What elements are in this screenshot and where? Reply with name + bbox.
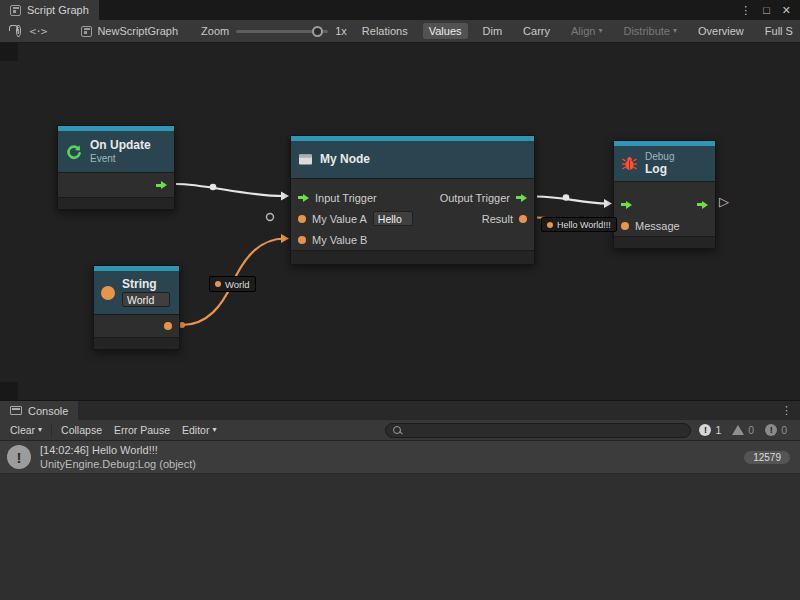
console-menu-icon[interactable]: ⋮ <box>773 401 800 420</box>
editor-label: Editor <box>182 424 209 436</box>
message-port[interactable] <box>621 222 629 230</box>
node-title-group: String <box>122 278 170 307</box>
port-label: Result <box>482 213 513 225</box>
node-header[interactable]: String <box>94 271 179 315</box>
editor-button[interactable]: Editor ▾ <box>176 422 222 438</box>
wire-mynode-to-debug[interactable] <box>537 197 607 204</box>
wire-onupdate-to-mynode[interactable] <box>176 184 284 196</box>
info-filter-button[interactable]: ! 1 <box>699 424 721 436</box>
port-label: Input Trigger <box>315 192 377 204</box>
minimap-toggle[interactable] <box>0 382 18 400</box>
zoom-slider-knob[interactable] <box>312 26 323 37</box>
log-text: [14:02:46] Hello World!!! UnityEngine.De… <box>40 443 735 471</box>
tab-console[interactable]: Console <box>0 401 78 420</box>
string-literal-node[interactable]: String <box>93 265 180 350</box>
value-a-port[interactable] <box>298 215 306 223</box>
collapse-count-badge: 12579 <box>744 451 790 464</box>
full-screen-button[interactable]: Full S <box>759 23 799 39</box>
node-header[interactable]: Debug Log <box>614 146 715 182</box>
port-row: Input Trigger Output Trigger <box>291 187 534 208</box>
log-stacktrace: UnityEngine.Debug:Log (object) <box>40 457 735 471</box>
search-input[interactable] <box>407 425 683 436</box>
caret-down-icon: ▾ <box>38 426 42 434</box>
align-button[interactable]: Align ▾ <box>565 23 608 39</box>
wire-label-text: World <box>225 279 250 290</box>
result-port[interactable] <box>519 215 527 223</box>
relations-button[interactable]: Relations <box>356 23 414 39</box>
graph-asset-icon <box>81 26 92 37</box>
zoom-slider[interactable] <box>236 30 328 33</box>
tab-script-graph[interactable]: Script Graph <box>0 0 99 20</box>
string-literal-icon <box>101 286 115 300</box>
unconnected-port-icon[interactable] <box>267 214 274 221</box>
port-label: My Value B <box>312 234 367 246</box>
overview-button[interactable]: Overview <box>692 23 750 39</box>
string-output-port[interactable] <box>164 322 172 330</box>
node-footer <box>291 250 534 264</box>
node-footer <box>614 236 715 248</box>
caret-down-icon: ▾ <box>212 426 216 434</box>
error-pause-button[interactable]: Error Pause <box>108 422 176 438</box>
distribute-button[interactable]: Distribute ▾ <box>617 23 682 39</box>
collapse-button[interactable]: Collapse <box>55 422 108 438</box>
port-row <box>94 315 179 337</box>
window-tab-bar: Script Graph ⋮ □ ✕ <box>0 0 800 20</box>
node-header[interactable]: My Node <box>291 141 534 179</box>
wire-dot-icon <box>563 194 570 201</box>
distribute-label: Distribute <box>623 25 669 37</box>
maximize-icon[interactable]: □ <box>763 4 770 16</box>
trigger-output-port[interactable] <box>156 181 167 189</box>
value-dot-icon <box>215 281 221 287</box>
error-filter-button[interactable]: ! 0 <box>765 424 787 436</box>
string-value-field[interactable] <box>122 292 170 307</box>
window-controls: ⋮ □ ✕ <box>731 0 800 20</box>
node-header[interactable]: On Update Event <box>58 131 174 173</box>
toolbar-divider <box>51 424 52 437</box>
tab-label: Console <box>28 405 68 417</box>
info-log-icon: ! <box>699 424 711 436</box>
graph-canvas[interactable]: On Update Event My Node <box>0 43 800 400</box>
wire-arrowhead-icon <box>281 192 289 201</box>
debug-input-trigger-port[interactable] <box>621 201 632 209</box>
debug-log-node[interactable]: Debug Log Message <box>613 140 716 249</box>
port-row: My Value A Result <box>291 208 534 229</box>
window-menu-icon[interactable]: ⋮ <box>740 4 751 17</box>
console-tab-bar: Console ⋮ <box>0 400 800 420</box>
console-empty-area <box>0 474 800 600</box>
result-group: Result <box>482 213 527 225</box>
port-label: Message <box>635 220 680 232</box>
node-title: String <box>122 278 170 291</box>
log-count-filters: ! 1 0 ! 0 <box>699 424 796 436</box>
node-title-group: On Update Event <box>90 139 151 164</box>
update-loop-icon <box>65 143 83 161</box>
console-log-entry[interactable]: ! [14:02:46] Hello World!!! UnityEngine.… <box>0 441 800 474</box>
warning-filter-button[interactable]: 0 <box>732 424 754 436</box>
node-body <box>94 315 179 337</box>
console-search-box[interactable] <box>385 423 691 438</box>
value-a-field[interactable] <box>373 211 413 226</box>
blackboard-toggle[interactable] <box>0 43 18 61</box>
graph-name: NewScriptGraph <box>97 25 178 37</box>
close-icon[interactable]: ✕ <box>782 4 791 17</box>
carry-button[interactable]: Carry <box>517 23 556 39</box>
value-a-group: My Value A <box>298 211 413 226</box>
error-log-icon: ! <box>765 424 777 436</box>
port-row <box>614 194 715 215</box>
debug-output-trigger-port[interactable] <box>697 201 708 209</box>
info-count: 1 <box>715 424 721 436</box>
on-update-event-node[interactable]: On Update Event <box>57 125 175 210</box>
node-body: Message <box>614 182 715 236</box>
values-button[interactable]: Values <box>423 23 468 39</box>
node-title-group: Debug Log <box>645 151 674 176</box>
input-trigger-port[interactable] <box>298 194 309 202</box>
dim-button[interactable]: Dim <box>477 23 509 39</box>
zoom-control: Zoom 1x <box>201 25 347 37</box>
clear-button[interactable]: Clear ▾ <box>4 422 48 438</box>
edit-graph-icon[interactable]: <·> <box>30 25 47 38</box>
console-icon <box>10 406 22 415</box>
port-row: Message <box>614 215 715 236</box>
my-node[interactable]: My Node Input Trigger Output Trigger <box>290 135 535 265</box>
caret-down-icon: ▾ <box>673 27 677 35</box>
output-trigger-port[interactable] <box>516 194 527 202</box>
value-b-port[interactable] <box>298 236 306 244</box>
